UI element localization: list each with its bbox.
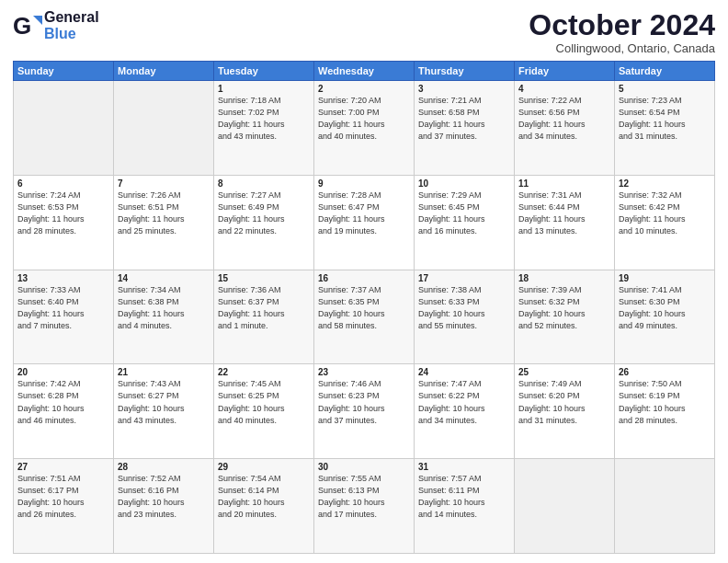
table-row: 19Sunrise: 7:41 AM Sunset: 6:30 PM Dayli… — [615, 270, 715, 364]
calendar-week-3: 13Sunrise: 7:33 AM Sunset: 6:40 PM Dayli… — [14, 270, 715, 364]
table-row: 5Sunrise: 7:23 AM Sunset: 6:54 PM Daylig… — [615, 81, 715, 176]
day-number: 11 — [518, 178, 610, 189]
day-info: Sunrise: 7:57 AM Sunset: 6:11 PM Dayligh… — [418, 473, 510, 521]
calendar-week-1: 1Sunrise: 7:18 AM Sunset: 7:02 PM Daylig… — [14, 81, 715, 176]
header: G General Blue October 2024 Collingwood,… — [13, 9, 715, 55]
day-number: 5 — [619, 84, 711, 94]
day-info: Sunrise: 7:27 AM Sunset: 6:49 PM Dayligh… — [218, 190, 310, 237]
col-saturday: Saturday — [615, 62, 715, 81]
day-info: Sunrise: 7:37 AM Sunset: 6:35 PM Dayligh… — [318, 284, 410, 332]
day-number: 9 — [318, 178, 410, 189]
day-number: 27 — [17, 462, 109, 472]
day-number: 16 — [318, 273, 410, 283]
calendar-week-5: 27Sunrise: 7:51 AM Sunset: 6:17 PM Dayli… — [14, 459, 715, 554]
table-row — [515, 459, 615, 554]
title-block: October 2024 Collingwood, Ontario, Canad… — [529, 9, 715, 55]
col-friday: Friday — [515, 62, 615, 81]
day-info: Sunrise: 7:29 AM Sunset: 6:45 PM Dayligh… — [418, 190, 510, 237]
table-row: 25Sunrise: 7:49 AM Sunset: 6:20 PM Dayli… — [515, 364, 615, 459]
table-row: 7Sunrise: 7:26 AM Sunset: 6:51 PM Daylig… — [114, 175, 214, 270]
table-row: 3Sunrise: 7:21 AM Sunset: 6:58 PM Daylig… — [415, 81, 515, 176]
table-row: 31Sunrise: 7:57 AM Sunset: 6:11 PM Dayli… — [415, 459, 515, 554]
day-info: Sunrise: 7:24 AM Sunset: 6:53 PM Dayligh… — [17, 190, 109, 237]
logo: G General Blue — [13, 9, 99, 41]
logo-blue: Blue — [44, 26, 99, 42]
calendar-table: Sunday Monday Tuesday Wednesday Thursday… — [13, 61, 715, 554]
calendar-week-4: 20Sunrise: 7:42 AM Sunset: 6:28 PM Dayli… — [14, 364, 715, 459]
day-info: Sunrise: 7:54 AM Sunset: 6:14 PM Dayligh… — [218, 473, 310, 521]
table-row: 14Sunrise: 7:34 AM Sunset: 6:38 PM Dayli… — [114, 270, 214, 364]
table-row: 29Sunrise: 7:54 AM Sunset: 6:14 PM Dayli… — [214, 459, 314, 554]
day-info: Sunrise: 7:52 AM Sunset: 6:16 PM Dayligh… — [118, 473, 210, 521]
day-info: Sunrise: 7:33 AM Sunset: 6:40 PM Dayligh… — [17, 284, 109, 332]
day-info: Sunrise: 7:36 AM Sunset: 6:37 PM Dayligh… — [218, 284, 310, 332]
day-number: 4 — [518, 84, 610, 94]
day-number: 1 — [218, 84, 310, 94]
day-number: 15 — [218, 273, 310, 283]
day-info: Sunrise: 7:51 AM Sunset: 6:17 PM Dayligh… — [17, 473, 109, 521]
table-row: 10Sunrise: 7:29 AM Sunset: 6:45 PM Dayli… — [415, 175, 515, 270]
day-info: Sunrise: 7:45 AM Sunset: 6:25 PM Dayligh… — [218, 378, 310, 426]
table-row: 6Sunrise: 7:24 AM Sunset: 6:53 PM Daylig… — [14, 175, 114, 270]
table-row: 21Sunrise: 7:43 AM Sunset: 6:27 PM Dayli… — [114, 364, 214, 459]
day-number: 13 — [17, 273, 109, 283]
day-number: 20 — [17, 367, 109, 377]
day-info: Sunrise: 7:26 AM Sunset: 6:51 PM Dayligh… — [118, 190, 210, 237]
table-row: 2Sunrise: 7:20 AM Sunset: 7:00 PM Daylig… — [314, 81, 415, 176]
day-number: 21 — [118, 367, 210, 377]
day-info: Sunrise: 7:42 AM Sunset: 6:28 PM Dayligh… — [17, 378, 109, 426]
day-number: 28 — [118, 462, 210, 472]
day-info: Sunrise: 7:47 AM Sunset: 6:22 PM Dayligh… — [418, 378, 510, 426]
day-number: 22 — [218, 367, 310, 377]
svg-marker-1 — [33, 16, 42, 25]
table-row: 9Sunrise: 7:28 AM Sunset: 6:47 PM Daylig… — [314, 175, 415, 270]
day-info: Sunrise: 7:31 AM Sunset: 6:44 PM Dayligh… — [518, 190, 610, 237]
day-number: 30 — [318, 462, 410, 472]
day-number: 29 — [218, 462, 310, 472]
day-number: 19 — [619, 273, 711, 283]
table-row: 24Sunrise: 7:47 AM Sunset: 6:22 PM Dayli… — [415, 364, 515, 459]
col-sunday: Sunday — [14, 62, 114, 81]
day-number: 25 — [518, 367, 610, 377]
day-number: 10 — [418, 178, 510, 189]
day-info: Sunrise: 7:55 AM Sunset: 6:13 PM Dayligh… — [318, 473, 410, 521]
day-number: 3 — [418, 84, 510, 94]
calendar-week-2: 6Sunrise: 7:24 AM Sunset: 6:53 PM Daylig… — [14, 175, 715, 270]
day-number: 31 — [418, 462, 510, 472]
svg-text:G: G — [13, 12, 31, 40]
day-info: Sunrise: 7:21 AM Sunset: 6:58 PM Dayligh… — [418, 95, 510, 143]
day-info: Sunrise: 7:34 AM Sunset: 6:38 PM Dayligh… — [118, 284, 210, 332]
day-number: 17 — [418, 273, 510, 283]
table-row: 16Sunrise: 7:37 AM Sunset: 6:35 PM Dayli… — [314, 270, 415, 364]
logo-general: General — [44, 9, 99, 26]
table-row: 17Sunrise: 7:38 AM Sunset: 6:33 PM Dayli… — [415, 270, 515, 364]
calendar-header-row: Sunday Monday Tuesday Wednesday Thursday… — [14, 62, 715, 81]
table-row — [114, 81, 214, 176]
day-number: 18 — [518, 273, 610, 283]
day-info: Sunrise: 7:41 AM Sunset: 6:30 PM Dayligh… — [619, 284, 711, 332]
month-title: October 2024 — [529, 9, 715, 41]
day-info: Sunrise: 7:39 AM Sunset: 6:32 PM Dayligh… — [518, 284, 610, 332]
table-row: 22Sunrise: 7:45 AM Sunset: 6:25 PM Dayli… — [214, 364, 314, 459]
day-number: 24 — [418, 367, 510, 377]
table-row: 12Sunrise: 7:32 AM Sunset: 6:42 PM Dayli… — [615, 175, 715, 270]
table-row: 26Sunrise: 7:50 AM Sunset: 6:19 PM Dayli… — [615, 364, 715, 459]
table-row: 18Sunrise: 7:39 AM Sunset: 6:32 PM Dayli… — [515, 270, 615, 364]
table-row: 27Sunrise: 7:51 AM Sunset: 6:17 PM Dayli… — [14, 459, 114, 554]
table-row: 23Sunrise: 7:46 AM Sunset: 6:23 PM Dayli… — [314, 364, 415, 459]
day-number: 26 — [619, 367, 711, 377]
day-info: Sunrise: 7:18 AM Sunset: 7:02 PM Dayligh… — [218, 95, 310, 143]
col-thursday: Thursday — [415, 62, 515, 81]
day-info: Sunrise: 7:38 AM Sunset: 6:33 PM Dayligh… — [418, 284, 510, 332]
day-number: 14 — [118, 273, 210, 283]
logo-icon: G — [13, 10, 44, 41]
table-row: 13Sunrise: 7:33 AM Sunset: 6:40 PM Dayli… — [14, 270, 114, 364]
day-number: 7 — [118, 178, 210, 189]
table-row: 8Sunrise: 7:27 AM Sunset: 6:49 PM Daylig… — [214, 175, 314, 270]
page: G General Blue October 2024 Collingwood,… — [0, 0, 728, 563]
day-number: 23 — [318, 367, 410, 377]
table-row — [615, 459, 715, 554]
col-wednesday: Wednesday — [314, 62, 415, 81]
day-number: 12 — [619, 178, 711, 189]
table-row: 28Sunrise: 7:52 AM Sunset: 6:16 PM Dayli… — [114, 459, 214, 554]
